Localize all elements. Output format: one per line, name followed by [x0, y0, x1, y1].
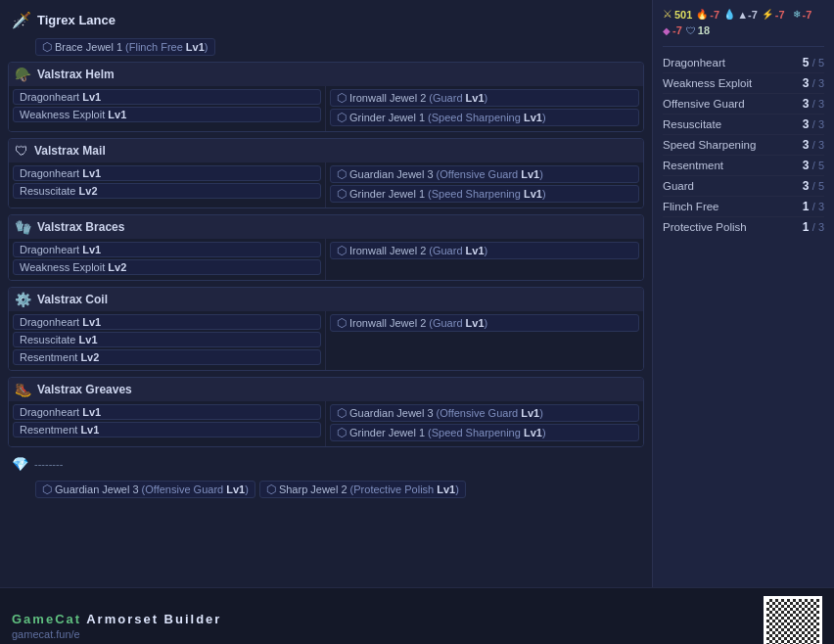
defense-icon: 🛡 — [686, 25, 696, 36]
stat-thunder: ⚡ -7 — [762, 9, 785, 21]
stat-fire: 🔥 -7 — [696, 9, 719, 21]
jewel-icon: ⬡ — [42, 483, 52, 496]
helm-body: Dragonheart Lv1 Weakness Exploit Lv1 ⬡ I… — [9, 86, 643, 131]
mail-body: Dragonheart Lv1 Resuscitate Lv2 ⬡ Guardi… — [9, 162, 643, 207]
thunder-value: -7 — [775, 9, 785, 21]
talisman-jewel-1: ⬡ Sharp Jewel 2 (Protective Polish Lv1) — [259, 481, 466, 498]
helm-jewel-0: ⬡ Ironwall Jewel 2 (Guard Lv1) — [330, 89, 639, 107]
greaves-skill-0: Dragonheart Lv1 — [13, 404, 321, 420]
fire-value: -7 — [710, 9, 719, 21]
greaves-skills: Dragonheart Lv1 Resentment Lv1 — [9, 401, 326, 446]
stat-affinity: ◆ -7 — [663, 24, 682, 36]
mail-jewels: ⬡ Guardian Jewel 3 (Offensive Guard Lv1)… — [326, 162, 643, 207]
skill-value: 1 / 3 — [803, 200, 824, 213]
greaves-name: Valstrax Greaves — [37, 383, 132, 396]
qr-code — [764, 596, 822, 644]
mail-skill-1: Resuscitate Lv2 — [13, 183, 321, 199]
skill-name: Speed Sharpening — [663, 139, 756, 151]
skill-name: Protective Polish — [663, 221, 747, 233]
skill-row-speed-sharpening: Speed Sharpening 3 / 3 — [663, 135, 824, 156]
braces-name: Valstrax Braces — [37, 220, 124, 234]
stat-attack: ⚔ 501 — [663, 8, 692, 21]
braces-skill-1: Weakness Exploit Lv2 — [13, 259, 321, 275]
stat-defense: 🛡 18 — [686, 24, 710, 36]
greaves-icon: 🥾 — [15, 382, 31, 397]
talisman-jewels: ⬡ Guardian Jewel 3 (Offensive Guard Lv1)… — [8, 479, 644, 502]
braces-jewel-0: ⬡ Ironwall Jewel 2 (Guard Lv1) — [330, 242, 639, 259]
skill-value: 3 / 3 — [803, 117, 824, 131]
helm-jewel-1: ⬡ Grinder Jewel 1 (Speed Sharpening Lv1) — [330, 109, 639, 126]
weapon-jewel-name: Brace Jewel 1 — [55, 41, 122, 53]
skill-row-flinch-free: Flinch Free 1 / 3 — [663, 197, 824, 217]
skill-value: 3 / 5 — [803, 159, 824, 172]
footer-url: gamecat.fun/e — [12, 628, 221, 640]
braces-skills: Dragonheart Lv1 Weakness Exploit Lv2 — [9, 239, 326, 280]
brand-gamecat: GameCat — [12, 612, 81, 626]
coil-body: Dragonheart Lv1 Resuscitate Lv1 Resentme… — [9, 311, 643, 370]
coil-jewel-0: ⬡ Ironwall Jewel 2 (Guard Lv1) — [330, 314, 639, 332]
coil-skill-2: Resentment Lv2 — [13, 349, 321, 365]
skill-name: Guard — [663, 180, 694, 192]
armor-helm: 🪖 Valstrax Helm Dragonheart Lv1 Weakness… — [8, 62, 644, 132]
main-content: 🗡️ Tigrex Lance ⬡ Brace Jewel 1 (Flinch … — [0, 0, 834, 587]
jewel-icon: ⬡ — [337, 111, 347, 124]
skill-row-offensive-guard: Offensive Guard 3 / 3 — [663, 94, 824, 115]
braces-skill-0: Dragonheart Lv1 — [13, 242, 321, 257]
footer-brand: GameCat Armorset Builder — [12, 612, 221, 626]
skill-name: Weakness Exploit — [663, 77, 752, 89]
mail-name: Valstrax Mail — [34, 144, 106, 158]
weapon-icon: 🗡️ — [12, 11, 31, 29]
stats-summary: ⚔ 501 🔥 -7 💧 ▲-7 ⚡ -7 ❄ -7 — [663, 8, 824, 36]
armor-mail: 🛡 Valstrax Mail Dragonheart Lv1 Resuscit… — [8, 138, 644, 208]
skill-value: 5 / 5 — [803, 56, 824, 69]
armor-coil: ⚙️ Valstrax Coil Dragonheart Lv1 Resusci… — [8, 287, 644, 371]
jewel-icon: ⬡ — [337, 316, 347, 330]
skill-name: Offensive Guard — [663, 98, 745, 110]
coil-skill-0: Dragonheart Lv1 — [13, 314, 321, 330]
mail-jewel-1: ⬡ Grinder Jewel 1 (Speed Sharpening Lv1) — [330, 185, 639, 203]
talisman-label: -------- — [34, 458, 63, 470]
helm-name: Valstrax Helm — [37, 68, 115, 81]
skills-list: Dragonheart 5 / 5 Weakness Exploit 3 / 3… — [663, 53, 824, 237]
stat-ice: ❄ -7 — [793, 9, 812, 21]
armor-helm-header: 🪖 Valstrax Helm — [9, 63, 643, 86]
water-value: ▲-7 — [737, 9, 758, 21]
armor-greaves-header: 🥾 Valstrax Greaves — [9, 378, 643, 401]
talisman-icon: 💎 — [12, 456, 28, 472]
weapon-row: 🗡️ Tigrex Lance — [8, 8, 644, 32]
jewel-icon: ⬡ — [337, 91, 347, 105]
skill-value: 3 / 3 — [803, 76, 824, 90]
ice-icon: ❄ — [793, 9, 801, 20]
skill-value: 3 / 5 — [803, 179, 824, 193]
water-icon: 💧 — [723, 9, 735, 20]
footer: GameCat Armorset Builder gamecat.fun/e — [0, 587, 834, 644]
skill-row-resuscitate: Resuscitate 3 / 3 — [663, 115, 824, 135]
coil-jewels: ⬡ Ironwall Jewel 2 (Guard Lv1) — [326, 311, 643, 370]
skill-name: Flinch Free — [663, 201, 719, 212]
brand-rest: Armorset Builder — [81, 612, 221, 626]
mail-jewel-0: ⬡ Guardian Jewel 3 (Offensive Guard Lv1) — [330, 165, 639, 183]
mail-skill-0: Dragonheart Lv1 — [13, 165, 321, 181]
thunder-icon: ⚡ — [762, 9, 773, 20]
skill-value: 1 / 3 — [803, 220, 824, 234]
talisman-section: 💎 -------- ⬡ Guardian Jewel 3 (Offensive… — [8, 453, 644, 502]
skill-value: 3 / 3 — [803, 97, 824, 111]
affinity-value: -7 — [672, 24, 682, 36]
jewel-icon: ⬡ — [337, 187, 347, 201]
weapon-jewels: ⬡ Brace Jewel 1 (Flinch Free Lv1) — [8, 36, 644, 62]
jewel-icon: ⬡ — [337, 244, 347, 257]
skill-value: 3 / 3 — [803, 138, 824, 152]
helm-skill-1: Weakness Exploit Lv1 — [13, 107, 321, 122]
skill-name: Dragonheart — [663, 57, 725, 69]
greaves-jewel-1: ⬡ Grinder Jewel 1 (Speed Sharpening Lv1) — [330, 424, 639, 441]
weapon-jewel-0: ⬡ Brace Jewel 1 (Flinch Free Lv1) — [35, 38, 215, 56]
greaves-body: Dragonheart Lv1 Resentment Lv1 ⬡ Guardia… — [9, 401, 643, 446]
braces-body: Dragonheart Lv1 Weakness Exploit Lv2 ⬡ I… — [9, 239, 643, 280]
braces-jewels: ⬡ Ironwall Jewel 2 (Guard Lv1) — [326, 239, 643, 280]
weapon-jewel-skill: (Flinch Free Lv1) — [125, 41, 208, 53]
skill-row-resentment: Resentment 3 / 5 — [663, 156, 824, 176]
ice-value: -7 — [803, 9, 812, 21]
skill-row-guard: Guard 3 / 5 — [663, 176, 824, 197]
skill-name: Resuscitate — [663, 118, 721, 130]
greaves-jewel-0: ⬡ Guardian Jewel 3 (Offensive Guard Lv1) — [330, 404, 639, 422]
